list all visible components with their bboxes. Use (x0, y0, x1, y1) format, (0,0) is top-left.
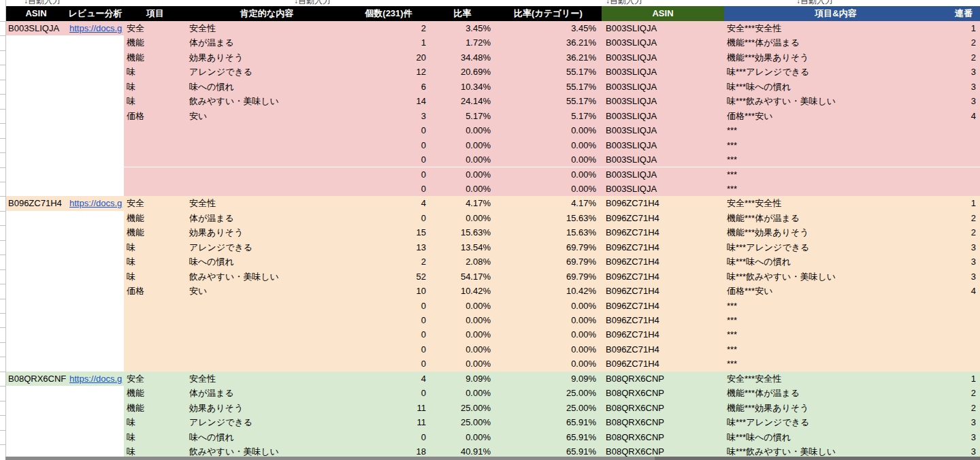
cell-category-ratio[interactable]: 69.79% (495, 254, 602, 269)
cell-item[interactable]: 機能 (124, 386, 186, 400)
column-header-6[interactable]: 比率(カテゴリー) (495, 6, 602, 21)
cell-ratio[interactable]: 34.48% (430, 50, 495, 65)
cell-item-and-content[interactable]: 価格***安い (724, 109, 947, 123)
cell-asin-right[interactable]: B096ZC71H4 (602, 342, 724, 357)
cell-asin-right[interactable]: B096ZC71H4 (602, 357, 724, 371)
cell-count[interactable]: 10 (347, 284, 430, 298)
cell-ratio[interactable]: 0.00% (430, 182, 495, 196)
cell-asin-right[interactable]: B003SLIQJA (602, 109, 724, 123)
cell-category-ratio[interactable]: 5.17% (495, 109, 602, 123)
cell-count[interactable]: 13 (347, 240, 430, 254)
column-header-5[interactable]: 比率 (430, 6, 495, 21)
cell-item-and-content[interactable]: *** (724, 299, 947, 313)
cell-category-ratio[interactable]: 36.21% (495, 35, 602, 50)
cell-category-ratio[interactable]: 0.00% (495, 167, 602, 182)
cell-asin-right[interactable]: B096ZC71H4 (602, 313, 724, 327)
cell-item[interactable]: 味 (124, 269, 186, 284)
cell-category-ratio[interactable]: 69.79% (495, 240, 602, 254)
cell-positive-content[interactable]: アレンジできる (186, 415, 347, 429)
column-header-8[interactable]: 項目&内容 (724, 6, 947, 21)
cell-count[interactable]: 0 (347, 152, 430, 167)
cell-count[interactable]: 4 (347, 196, 430, 210)
cell-asin-right[interactable]: B096ZC71H4 (602, 269, 724, 284)
cell-seq[interactable]: 2 (947, 35, 980, 50)
cell-item-and-content[interactable]: 安全***安全性 (724, 21, 947, 35)
cell-count[interactable]: 0 (347, 138, 430, 152)
cell-seq[interactable]: 2 (947, 50, 980, 65)
cell-item-and-content[interactable]: 機能***体が温まる (724, 211, 947, 225)
cell-ratio[interactable]: 2.08% (430, 254, 495, 269)
cell-review-link[interactable]: https://docs.g (67, 196, 124, 210)
cell-ratio[interactable]: 0.00% (430, 211, 495, 225)
column-header-3[interactable]: 肯定的な内容 (186, 6, 347, 21)
cell-positive-content[interactable]: アレンジできる (186, 240, 347, 254)
cell-ratio[interactable]: 25.00% (430, 415, 495, 429)
cell-positive-content[interactable]: 味への慣れ (186, 254, 347, 269)
cell-asin[interactable]: B096ZC71H4 (5, 196, 67, 210)
cell-count[interactable]: 0 (347, 313, 430, 327)
cell-ratio[interactable]: 1.72% (430, 35, 495, 50)
cell-positive-content[interactable]: 安い (186, 109, 347, 123)
cell-ratio[interactable]: 13.54% (430, 240, 495, 254)
cell-positive-content[interactable]: 体が温まる (186, 211, 347, 225)
cell-item-and-content[interactable]: 味***味への慣れ (724, 254, 947, 269)
cell-asin-right[interactable]: B003SLIQJA (602, 80, 724, 94)
cell-category-ratio[interactable]: 0.00% (495, 313, 602, 327)
cell-item[interactable]: 味 (124, 94, 186, 108)
cell-ratio[interactable]: 15.63% (430, 225, 495, 240)
cell-ratio[interactable]: 0.00% (430, 327, 495, 342)
cell-count[interactable]: 6 (347, 80, 430, 94)
cell-seq[interactable]: 3 (947, 94, 980, 108)
scrollbar-thumb[interactable] (655, 457, 980, 460)
cell-count[interactable]: 11 (347, 415, 430, 429)
cell-item-and-content[interactable]: 味***飲みやすい・美味しい (724, 94, 947, 108)
cell-category-ratio[interactable]: 25.00% (495, 386, 602, 400)
cell-category-ratio[interactable]: 0.00% (495, 123, 602, 137)
cell-item-and-content[interactable]: *** (724, 123, 947, 137)
cell-category-ratio[interactable]: 15.63% (495, 211, 602, 225)
cell-count[interactable]: 52 (347, 269, 430, 284)
cell-count[interactable]: 14 (347, 94, 430, 108)
cell-item[interactable]: 価格 (124, 284, 186, 298)
cell-seq[interactable]: 4 (947, 109, 980, 123)
cell-category-ratio[interactable]: 0.00% (495, 342, 602, 357)
cell-review-link[interactable]: https://docs.g (67, 372, 124, 386)
column-header-7[interactable]: ASIN (602, 6, 724, 21)
cell-asin[interactable]: B003SLIQJA (5, 21, 67, 35)
cell-item[interactable]: 安全 (124, 21, 186, 35)
cell-seq[interactable]: 3 (947, 254, 980, 269)
cell-ratio[interactable]: 54.17% (430, 269, 495, 284)
cell-item-and-content[interactable]: 機能***効果ありそう (724, 50, 947, 65)
cell-seq[interactable]: 1 (947, 196, 980, 210)
cell-asin-right[interactable]: B003SLIQJA (602, 123, 724, 137)
cell-ratio[interactable]: 0.00% (430, 123, 495, 137)
cell-count[interactable]: 1 (347, 35, 430, 50)
cell-count[interactable]: 0 (347, 167, 430, 182)
cell-positive-content[interactable]: 安全性 (186, 372, 347, 386)
cell-item[interactable]: 安全 (124, 196, 186, 210)
cell-item[interactable]: 味 (124, 240, 186, 254)
cell-ratio[interactable]: 0.00% (430, 138, 495, 152)
cell-ratio[interactable]: 10.42% (430, 284, 495, 298)
cell-asin-right[interactable]: B003SLIQJA (602, 94, 724, 108)
column-header-2[interactable]: 項目 (124, 6, 186, 21)
cell-item-and-content[interactable]: 味***アレンジできる (724, 65, 947, 79)
cell-ratio[interactable]: 4.17% (430, 196, 495, 210)
cell-positive-content[interactable]: 効果ありそう (186, 401, 347, 415)
cell-category-ratio[interactable]: 65.91% (495, 430, 602, 444)
cell-category-ratio[interactable]: 25.00% (495, 401, 602, 415)
cell-asin-right[interactable]: B096ZC71H4 (602, 299, 724, 313)
cell-asin-right[interactable]: B096ZC71H4 (602, 240, 724, 254)
cell-positive-content[interactable]: 味への慣れ (186, 430, 347, 444)
cell-asin-right[interactable]: B003SLIQJA (602, 50, 724, 65)
cell-item[interactable]: 味 (124, 430, 186, 444)
cell-positive-content[interactable]: 飲みやすい・美味しい (186, 94, 347, 108)
cell-item-and-content[interactable]: 機能***体が温まる (724, 35, 947, 50)
cell-positive-content[interactable]: 安全性 (186, 21, 347, 35)
cell-asin-right[interactable]: B003SLIQJA (602, 65, 724, 79)
review-analysis-link[interactable]: https://docs.g (69, 374, 122, 384)
cell-count[interactable]: 0 (347, 182, 430, 196)
cell-positive-content[interactable]: 安全性 (186, 196, 347, 210)
cell-asin-right[interactable]: B003SLIQJA (602, 167, 724, 182)
column-header-1[interactable]: レビュー分析 (67, 6, 124, 21)
